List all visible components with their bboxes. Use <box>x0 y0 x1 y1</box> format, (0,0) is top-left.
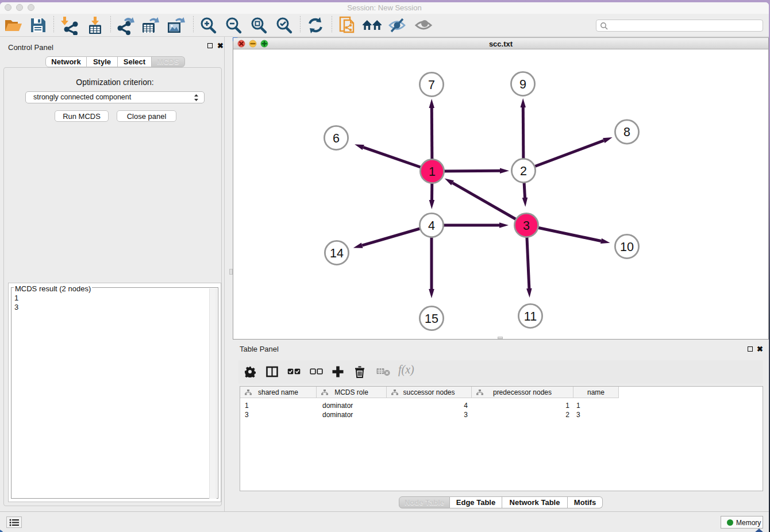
svg-text:6: 6 <box>333 132 340 145</box>
svg-text:7: 7 <box>428 78 435 92</box>
svg-text:15: 15 <box>425 312 438 326</box>
svg-text:11: 11 <box>524 310 537 323</box>
svg-text:1: 1 <box>429 165 436 179</box>
svg-text:3: 3 <box>523 219 530 233</box>
svg-text:8: 8 <box>623 125 630 139</box>
svg-text:4: 4 <box>428 219 435 233</box>
svg-text:10: 10 <box>620 240 634 254</box>
svg-text:9: 9 <box>519 78 526 91</box>
svg-text:2: 2 <box>520 164 527 178</box>
svg-text:14: 14 <box>330 246 344 260</box>
